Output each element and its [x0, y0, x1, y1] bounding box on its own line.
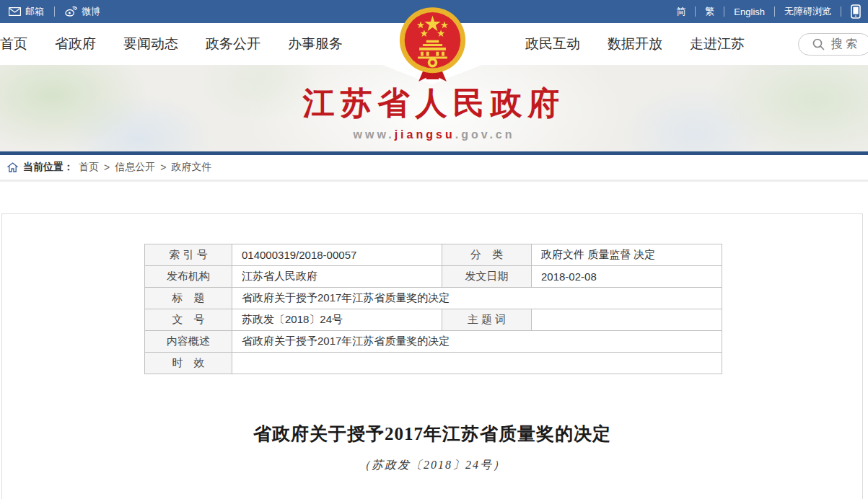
breadcrumb-gov-documents-link[interactable]: 政府文件 [171, 161, 211, 174]
mail-link[interactable]: 邮箱 [9, 5, 44, 18]
nav-item-services[interactable]: 办事服务 [288, 35, 343, 53]
divider [54, 6, 55, 17]
nav-item-home[interactable]: 首页 [0, 35, 27, 53]
divider [841, 6, 841, 17]
article-doc-number: （苏政发〔2018〕24号） [2, 458, 862, 473]
site-url: www.jiangsu.gov.cn [0, 128, 868, 141]
nav-item-government-affairs[interactable]: 政务公开 [206, 35, 260, 53]
article-title: 省政府关于授予2017年江苏省质量奖的决定 [2, 422, 862, 446]
page: 邮箱 微博 简 繁 English 无障碍浏览 首页 省政府 要闻动态 政务公开 [0, 0, 868, 499]
weibo-label: 微博 [82, 5, 100, 18]
summary-label: 内容概述 [145, 331, 232, 353]
index-number-label: 索 引 号 [145, 244, 232, 266]
category-value: 政府文件 质量监督 决定 [532, 244, 722, 266]
nav-right-group: 政民互动 数据开放 走进江苏 [525, 23, 745, 65]
issuing-agency-value: 江苏省人民政府 [232, 266, 442, 288]
table-row: 发布机构 江苏省人民政府 发文日期 2018-02-08 [145, 266, 722, 288]
nav-item-provincial-government[interactable]: 省政府 [55, 35, 96, 53]
validity-value [232, 353, 722, 374]
validity-label: 时 效 [145, 353, 232, 374]
table-row: 索 引 号 014000319/2018-00057 分 类 政府文件 质量监督… [145, 244, 722, 266]
table-row: 时 效 [145, 353, 722, 374]
keywords-label: 主 题 词 [442, 309, 532, 331]
breadcrumb-separator: > [104, 162, 110, 173]
breadcrumb-info-disclosure-link[interactable]: 信息公开 [115, 161, 155, 174]
issue-date-label: 发文日期 [442, 266, 532, 288]
document-card: 索 引 号 014000319/2018-00057 分 类 政府文件 质量监督… [1, 213, 863, 499]
index-number-value: 014000319/2018-00057 [232, 244, 442, 266]
breadcrumb: 当前位置： 首页 > 信息公开 > 政府文件 [0, 155, 868, 182]
table-row: 标 题 省政府关于授予2017年江苏省质量奖的决定 [145, 288, 722, 309]
nav-item-open-data[interactable]: 数据开放 [608, 35, 662, 53]
table-row: 内容概述 省政府关于授予2017年江苏省质量奖的决定 [145, 331, 722, 353]
nav-item-interaction[interactable]: 政民互动 [525, 35, 580, 53]
search-icon [812, 38, 825, 50]
mail-label: 邮箱 [25, 5, 44, 18]
search-button[interactable]: 搜 索 [798, 33, 868, 56]
mail-icon [9, 7, 21, 16]
lang-traditional-link[interactable]: 繁 [705, 5, 714, 18]
category-label: 分 类 [442, 244, 532, 266]
lang-english-link[interactable]: English [734, 6, 765, 17]
divider [724, 6, 724, 17]
issuing-agency-label: 发布机构 [145, 266, 232, 288]
national-emblem-logo[interactable] [398, 6, 468, 84]
nav-item-about-jiangsu[interactable]: 走进江苏 [690, 35, 745, 53]
keywords-value [532, 309, 722, 331]
weibo-link[interactable]: 微博 [65, 5, 100, 18]
summary-value: 省政府关于授予2017年江苏省质量奖的决定 [232, 331, 722, 353]
divider [774, 6, 775, 17]
topbar-right-group: 简 繁 English 无障碍浏览 [676, 4, 861, 19]
breadcrumb-separator: > [160, 162, 166, 173]
issue-date-value: 2018-02-08 [532, 266, 722, 288]
doc-number-label: 文 号 [145, 309, 232, 331]
nav-item-news[interactable]: 要闻动态 [123, 35, 178, 53]
doc-number-value: 苏政发〔2018〕24号 [232, 309, 442, 331]
document-metadata-table: 索 引 号 014000319/2018-00057 分 类 政府文件 质量监督… [144, 244, 722, 374]
title-label: 标 题 [145, 288, 232, 309]
search-label: 搜 索 [831, 37, 857, 52]
lang-simplified-link[interactable]: 简 [676, 5, 685, 18]
mobile-phone-icon [851, 4, 861, 19]
mobile-version-link[interactable] [851, 4, 861, 19]
site-title: 江苏省人民政府 [0, 82, 868, 125]
breadcrumb-home-link[interactable]: 首页 [79, 161, 99, 174]
accessibility-link[interactable]: 无障碍浏览 [784, 5, 831, 18]
weibo-icon [65, 6, 77, 17]
home-icon [7, 162, 18, 172]
title-value: 省政府关于授予2017年江苏省质量奖的决定 [232, 288, 722, 309]
divider [695, 6, 696, 17]
breadcrumb-label: 当前位置： [23, 161, 74, 174]
table-row: 文 号 苏政发〔2018〕24号 主 题 词 [145, 309, 722, 331]
nav-left-group: 首页 省政府 要闻动态 政务公开 办事服务 [0, 23, 343, 65]
